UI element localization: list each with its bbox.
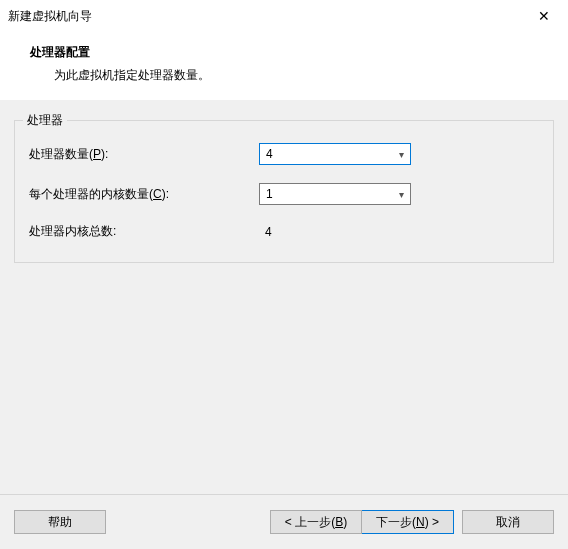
title-bar: 新建虚拟机向导 ✕ (0, 0, 568, 32)
back-button[interactable]: < 上一步(B) (270, 510, 362, 534)
total-label: 处理器内核总数: (29, 223, 259, 240)
cancel-button[interactable]: 取消 (462, 510, 554, 534)
content-area: 处理器 处理器数量(P): 4 ▾ 每个处理器的内核数量(C): 1 ▾ 处理器… (0, 100, 568, 494)
chevron-down-icon: ▾ (399, 149, 404, 160)
processors-label-post: ): (101, 147, 108, 161)
processor-group: 处理器 处理器数量(P): 4 ▾ 每个处理器的内核数量(C): 1 ▾ 处理器… (14, 120, 554, 263)
group-legend: 处理器 (23, 112, 67, 129)
page-subheading: 为此虚拟机指定处理器数量。 (54, 67, 568, 84)
row-total: 处理器内核总数: 4 (29, 223, 539, 240)
processors-value: 4 (266, 147, 273, 161)
processors-label-pre: 处理器数量( (29, 147, 93, 161)
back-pre: < 上一步( (285, 514, 335, 531)
processors-select[interactable]: 4 ▾ (259, 143, 411, 165)
cores-select[interactable]: 1 ▾ (259, 183, 411, 205)
processors-hotkey: P (93, 147, 101, 161)
close-icon[interactable]: ✕ (521, 2, 566, 30)
wizard-header: 处理器配置 为此虚拟机指定处理器数量。 (0, 32, 568, 100)
next-button[interactable]: 下一步(N) > (362, 510, 454, 534)
page-heading: 处理器配置 (30, 44, 568, 61)
cores-label: 每个处理器的内核数量(C): (29, 186, 259, 203)
nav-button-group: < 上一步(B) 下一步(N) > (270, 510, 454, 534)
help-button[interactable]: 帮助 (14, 510, 106, 534)
cores-value: 1 (266, 187, 273, 201)
back-hotkey: B (335, 515, 343, 529)
next-post: ) > (425, 515, 439, 529)
cores-label-post: ): (162, 187, 169, 201)
back-post: ) (343, 515, 347, 529)
chevron-down-icon: ▾ (399, 189, 404, 200)
next-hotkey: N (416, 515, 425, 529)
wizard-footer: 帮助 < 上一步(B) 下一步(N) > 取消 (0, 494, 568, 549)
processors-label: 处理器数量(P): (29, 146, 259, 163)
next-pre: 下一步( (376, 514, 416, 531)
cores-label-pre: 每个处理器的内核数量( (29, 187, 153, 201)
cores-hotkey: C (153, 187, 162, 201)
row-processors: 处理器数量(P): 4 ▾ (29, 143, 539, 165)
window-title: 新建虚拟机向导 (8, 8, 521, 25)
total-value: 4 (259, 225, 272, 239)
row-cores: 每个处理器的内核数量(C): 1 ▾ (29, 183, 539, 205)
